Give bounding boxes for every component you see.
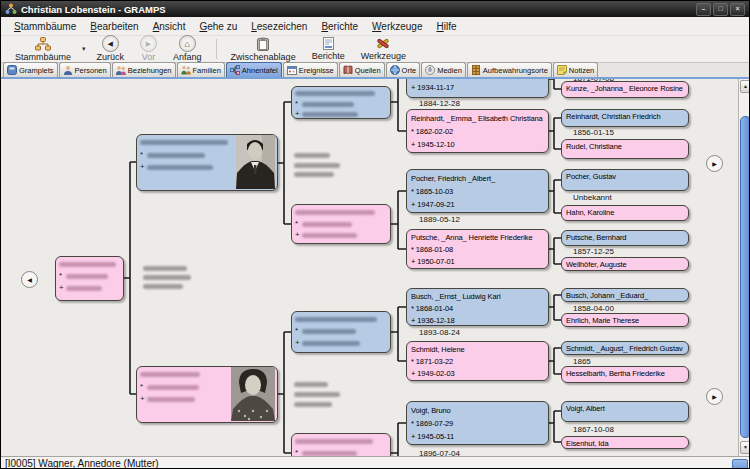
clipboard-button[interactable]: Zwischenablage xyxy=(223,36,304,62)
person-box-putsche-anna[interactable]: Putsche, _Anna_ Henriette Friederike * 1… xyxy=(406,229,549,269)
relationships-icon xyxy=(116,65,126,75)
marriage-date: 1856-01-15 xyxy=(573,128,614,137)
person-box-eisenhut-ida[interactable]: Eisenhut, Ida xyxy=(561,436,689,449)
tab-familien[interactable]: Familien xyxy=(177,62,225,77)
menu-werkzeuge[interactable]: Werkzeuge xyxy=(365,19,429,34)
pedigree-canvas[interactable]: ◀ ▶ ▶ * + * + xyxy=(1,79,750,456)
tab-ahnentafel[interactable]: Ahnentafel xyxy=(226,62,282,77)
back-button[interactable]: ◀ Zurück xyxy=(89,36,133,62)
gramplets-icon xyxy=(7,65,17,75)
pedigree-icon xyxy=(230,65,240,75)
events-icon xyxy=(287,65,297,75)
person-box-wellhoefer-auguste[interactable]: Wellhöfer, Auguste xyxy=(561,257,689,271)
tab-notizen[interactable]: Notizen xyxy=(553,62,598,77)
status-bar: [I0005] Wagner, Annedore (Mutter) xyxy=(1,456,749,469)
menu-lesezeichen[interactable]: Lesezeichen xyxy=(244,19,314,34)
tab-quellen[interactable]: Quellen xyxy=(339,62,385,77)
gramps-window: Christian Lobenstein - GRAMPS – □ × Stam… xyxy=(0,0,750,469)
person-box-schmidt-august[interactable]: Schmidt, _August_ Friedrich Gustav xyxy=(561,341,689,355)
tools-icon xyxy=(376,37,390,50)
menu-bearbeiten[interactable]: Bearbeiten xyxy=(83,19,145,34)
person-box-voigt-albert[interactable]: Voigt, Albert xyxy=(561,401,689,422)
person-box-reinhardt-christian[interactable]: Reinhardt, Christian Friedrich xyxy=(561,109,689,127)
tab-aufbewahrungsorte[interactable]: Aufbewahrungsorte xyxy=(467,62,552,77)
family-trees-button[interactable]: Stammbäume xyxy=(7,36,79,62)
maximize-button[interactable]: □ xyxy=(713,3,728,16)
person-box-pocher-friedrich[interactable]: Pocher, Friedrich _Albert_ * 1865-10-03 … xyxy=(406,169,549,213)
forward-button[interactable]: ▶ Vor xyxy=(132,36,165,62)
home-button[interactable]: ⌂ Anfang xyxy=(165,36,210,62)
menu-ansicht[interactable]: Ansicht xyxy=(146,19,193,34)
window-title: Christian Lobenstein - GRAMPS xyxy=(21,4,166,15)
person-box-schmidt-helene[interactable]: Schmidt, Helene * 1871-03-22 + 1949-02-0… xyxy=(406,341,549,381)
marriage-date: 1857-12-25 xyxy=(573,247,614,256)
family-trees-label: Stammbäume xyxy=(15,52,71,62)
menu-gehe-zu[interactable]: Gehe zu xyxy=(192,19,244,34)
tools-button[interactable]: Werkzeuge xyxy=(353,36,414,62)
tab-ereignisse[interactable]: Ereignisse xyxy=(283,62,338,77)
tab-orte[interactable]: Orte xyxy=(386,62,421,77)
toolbar-separator xyxy=(216,39,217,59)
forward-label: Vor xyxy=(142,52,156,62)
marriage-date: 1889-05-12 xyxy=(419,215,460,224)
person-box-paternal-grandmother-redacted[interactable]: * + xyxy=(291,204,391,244)
menu-stammbaeume[interactable]: Stammbäume xyxy=(7,19,83,34)
person-box-hahn-karoline[interactable]: Hahn, Karoline xyxy=(561,205,689,221)
person-box-ehrlich-marie[interactable]: Ehrlich, Marie Therese xyxy=(561,313,689,327)
toolbar: Stammbäume ▾ ◀ Zurück ▶ Vor ⌂ Anfang Zwi… xyxy=(1,36,749,63)
tab-medien[interactable]: Medien xyxy=(421,62,466,77)
person-box-mother-redacted[interactable]: * + xyxy=(136,366,278,423)
reports-label: Berichte xyxy=(312,51,345,61)
scroll-down-button[interactable]: ▼ xyxy=(740,441,750,454)
family-trees-dropdown[interactable]: ▾ xyxy=(79,36,89,62)
menu-bar: Stammbäume Bearbeiten Ansicht Gehe zu Le… xyxy=(1,17,749,36)
minimize-button[interactable]: – xyxy=(696,3,711,16)
statusbar-grip[interactable] xyxy=(732,459,748,469)
nav-left-arrow[interactable]: ◀ xyxy=(21,271,38,288)
person-box-putsche-bernhard[interactable]: Putsche, Bernhard xyxy=(561,230,689,246)
person-box-busch-johann[interactable]: Busch, Johann _Eduard_ xyxy=(561,288,689,302)
person-box-paternal-grandfather-redacted[interactable]: * + xyxy=(291,86,391,119)
nav-right-arrow-top[interactable]: ▶ xyxy=(706,155,723,172)
menu-berichte[interactable]: Berichte xyxy=(314,19,365,34)
person-box-father-redacted[interactable]: * + xyxy=(136,134,278,191)
clipboard-icon xyxy=(257,37,269,51)
person-box-rudel-christiane[interactable]: Rudel, Christiane xyxy=(561,139,689,159)
person-box-hesselbarth-bertha[interactable]: Hesselbarth, Bertha Friederike xyxy=(561,366,689,383)
menu-hilfe[interactable]: Hilfe xyxy=(429,19,463,34)
repositories-icon xyxy=(471,65,481,75)
mother-photo xyxy=(231,367,275,421)
marriage-date: 1865 xyxy=(573,357,591,366)
sources-icon xyxy=(343,65,353,75)
view-tab-bar: Gramplets Personen Beziehungen Familien … xyxy=(1,63,749,79)
person-box-maternal-grandmother-redacted[interactable]: * xyxy=(291,433,391,456)
scroll-up-button[interactable]: ▲ xyxy=(740,80,750,93)
close-button[interactable]: × xyxy=(730,3,745,16)
person-box-busch-ernst[interactable]: Busch, _Ernst_ Ludwig Karl * 1868-01-04 … xyxy=(406,288,549,326)
back-icon: ◀ xyxy=(102,35,119,52)
person-box-kunze-johanna[interactable]: Kunze, _Johanna_ Eleonore Rosine xyxy=(561,81,689,98)
notes-icon xyxy=(557,65,567,75)
vertical-scrollbar[interactable]: ▲ ▼ xyxy=(738,79,750,456)
clipboard-label: Zwischenablage xyxy=(231,52,296,62)
reports-button[interactable]: Berichte xyxy=(304,36,353,62)
person-box-voigt-bruno[interactable]: Voigt, Bruno * 1869-07-29 + 1945-05-11 xyxy=(406,401,549,445)
person-box-reinhardt-emma[interactable]: Reinhardt, _Emma_ Elisabeth Christiana *… xyxy=(406,109,549,153)
scrollbar-thumb[interactable] xyxy=(740,116,750,438)
person-box-root-redacted[interactable]: * + xyxy=(55,256,124,301)
tab-personen[interactable]: Personen xyxy=(59,62,111,77)
marriage-date: 1893-08-24 xyxy=(419,328,460,337)
person-box-pocher-gustav[interactable]: Pocher, Gustav xyxy=(561,169,689,191)
person-box-maternal-grandfather-redacted[interactable]: * + xyxy=(291,311,391,353)
marriage-date: 1858-04-00 xyxy=(573,304,614,313)
person-box-gen4-g1-father[interactable]: + 1934-11-17 xyxy=(406,79,549,98)
marriage-date: Unbekannt xyxy=(573,193,612,202)
tab-gramplets[interactable]: Gramplets xyxy=(3,62,58,77)
tab-beziehungen[interactable]: Beziehungen xyxy=(112,62,176,77)
family-tree-icon xyxy=(35,37,51,51)
title-bar[interactable]: Christian Lobenstein - GRAMPS – □ × xyxy=(1,1,749,17)
marriage-date: 1884-12-28 xyxy=(419,99,460,108)
nav-right-arrow-bottom[interactable]: ▶ xyxy=(706,388,723,405)
marriage-date-clipped: 1896-07-04 xyxy=(419,449,460,456)
media-icon xyxy=(425,65,435,75)
